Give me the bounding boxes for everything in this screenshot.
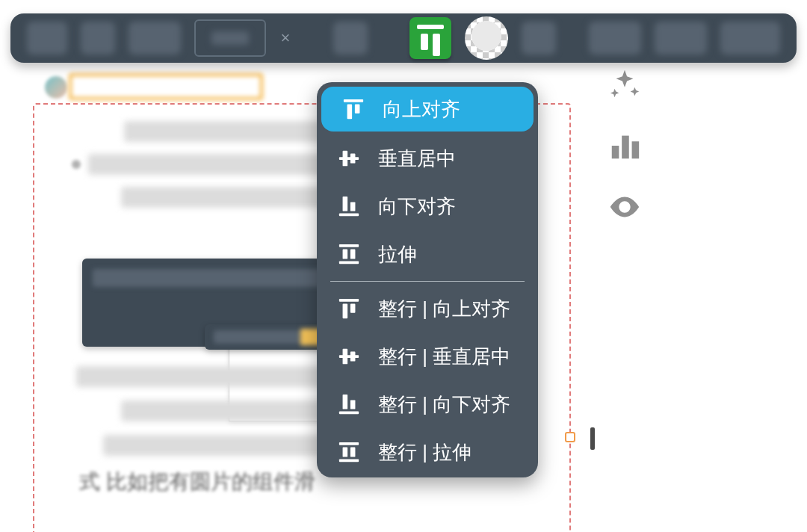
blurred-text [124,121,348,142]
menu-item-align-top[interactable]: 向上对齐 [321,87,534,132]
menu-item-label: 向上对齐 [383,96,460,123]
vertical-align-menu: 向上对齐垂直居中向下对齐拉伸整行 | 向上对齐整行 | 垂直居中整行 | 向下对… [317,82,538,477]
blurred-text [88,154,342,175]
toolbar-button[interactable] [129,22,181,55]
menu-item-align-bottom[interactable]: 向下对齐 [317,182,538,230]
toolbar-button[interactable] [81,22,115,55]
align-top-icon [341,96,366,122]
multiply-separator: × [279,28,291,48]
sparkle-icon[interactable] [607,67,642,102]
vertical-align-button[interactable] [409,17,451,59]
caret-marker [590,427,595,450]
eye-icon[interactable] [607,190,642,224]
bullet-icon [72,160,81,169]
menu-item-label: 整行 | 垂直居中 [378,344,510,370]
toolbar-button[interactable] [27,22,67,55]
menu-item-align-middle[interactable]: 垂直居中 [317,134,538,182]
floating-toolbar: × [10,13,797,63]
menu-item-label: 拉伸 [378,241,417,267]
menu-item-label: 整行 | 向上对齐 [378,296,510,322]
menu-item-label: 向下对齐 [378,194,456,220]
toolbar-button[interactable] [720,22,780,55]
align-middle-icon [336,344,362,369]
visible-text-line: 式 比如把有圆片的组件滑 [79,468,315,496]
svg-point-3 [622,204,628,210]
toolbar-button[interactable] [655,22,707,55]
bar-chart-icon[interactable] [607,129,642,163]
blurred-text [121,187,345,208]
comment-avatar [45,76,67,99]
menu-item-label: 整行 | 向下对齐 [378,392,510,418]
align-middle-icon [336,146,362,171]
align-bottom-icon [336,392,362,417]
svg-rect-0 [612,146,619,158]
svg-rect-1 [622,136,629,159]
menu-item-row-stretch[interactable]: 整行 | 拉伸 [317,428,538,476]
menu-item-row-align-bottom[interactable]: 整行 | 向下对齐 [317,380,538,428]
menu-item-row-align-top[interactable]: 整行 | 向上对齐 [317,285,538,332]
menu-item-row-align-middle[interactable]: 整行 | 垂直居中 [317,332,538,380]
toolbar-button[interactable] [589,22,641,55]
blurred-text [76,366,338,387]
stretch-icon [336,439,362,465]
align-bottom-icon [336,194,362,219]
menu-separator [330,281,525,282]
menu-item-label: 整行 | 拉伸 [378,439,471,466]
align-top-icon [336,296,362,321]
image-fill-swatch[interactable] [465,16,508,60]
toolbar-button[interactable] [333,22,368,55]
stretch-icon [336,241,362,267]
toolbar-button[interactable] [522,22,556,55]
highlighted-block [69,73,263,100]
menu-item-label: 垂直居中 [378,146,456,172]
menu-item-stretch[interactable]: 拉伸 [317,230,538,278]
svg-rect-2 [632,141,640,158]
size-input[interactable] [194,19,266,57]
selection-handle[interactable] [565,432,575,442]
blurred-text [103,435,342,456]
blurred-text [121,400,345,421]
right-rail [602,67,647,224]
